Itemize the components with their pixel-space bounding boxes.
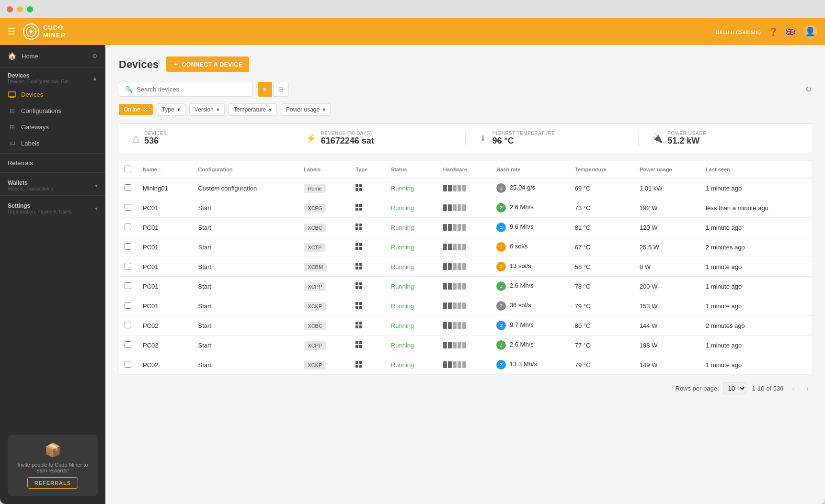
header-temperature[interactable]: Temperature bbox=[569, 161, 634, 179]
sidebar-item-configurations[interactable]: ⊟ Configurations bbox=[0, 102, 105, 119]
row-type bbox=[350, 237, 385, 257]
select-all-checkbox[interactable] bbox=[125, 166, 131, 172]
header-power[interactable]: Power usage bbox=[634, 161, 700, 179]
row-type bbox=[350, 355, 385, 375]
svg-rect-28 bbox=[359, 306, 362, 309]
header-type[interactable]: Type bbox=[350, 161, 385, 179]
header-configuration[interactable]: Configuration bbox=[192, 161, 298, 179]
svg-rect-33 bbox=[355, 341, 358, 344]
sidebar-referrals-label: Referrals bbox=[8, 159, 33, 167]
temperature-stat-label: HIGHEST TEMPERATURE bbox=[493, 131, 555, 136]
svg-rect-10 bbox=[359, 224, 362, 226]
row-checkbox-2[interactable] bbox=[125, 224, 131, 230]
svg-rect-6 bbox=[359, 204, 362, 207]
temperature-filter-dropdown[interactable]: Temperature ▾ bbox=[229, 103, 277, 116]
minimize-button[interactable] bbox=[17, 6, 23, 12]
row-checkbox-cell bbox=[119, 218, 137, 237]
row-temperature: 69 °C bbox=[569, 179, 634, 198]
logo: CUDOMINER bbox=[23, 23, 66, 40]
version-filter-label: Version bbox=[195, 106, 214, 113]
header-labels[interactable]: Labels bbox=[298, 161, 350, 179]
row-hardware bbox=[437, 296, 491, 316]
row-checkbox-7[interactable] bbox=[125, 322, 131, 328]
rows-per-page-select[interactable]: 10 25 50 bbox=[723, 382, 746, 394]
grid-view-button[interactable]: ⊞ bbox=[273, 82, 289, 97]
row-checkbox-5[interactable] bbox=[125, 282, 131, 289]
header-name[interactable]: Name ↑ bbox=[137, 161, 192, 179]
row-label: Home bbox=[298, 179, 350, 198]
windows-icon bbox=[355, 185, 362, 192]
refresh-button[interactable]: ↻ bbox=[805, 85, 812, 94]
revenue-stat-value: 61672246 sat bbox=[321, 136, 374, 146]
pagination-row: Rows per page: 10 25 50 1-10 of 536 ‹ › bbox=[119, 375, 812, 396]
online-filter-label: Online bbox=[124, 106, 140, 113]
table-row: PC01 Start XCPP Running Z 2.6 bbox=[119, 277, 812, 296]
row-checkbox-4[interactable] bbox=[125, 263, 131, 269]
version-filter-dropdown[interactable]: Version ▾ bbox=[189, 103, 225, 116]
power-stat-label: POWER USAGE bbox=[667, 131, 706, 136]
row-name: PC02 bbox=[137, 316, 192, 336]
referrals-button[interactable]: REFERRALS bbox=[27, 477, 78, 489]
devices-stat-value: 536 bbox=[144, 136, 167, 146]
close-button[interactable] bbox=[7, 6, 13, 12]
collapse-icon[interactable]: ▲ bbox=[92, 75, 98, 82]
svg-rect-25 bbox=[355, 302, 358, 305]
row-label: XCPP bbox=[298, 336, 350, 355]
wallets-expand-icon[interactable]: ▾ bbox=[95, 182, 98, 189]
header-hardware[interactable]: Hardware bbox=[437, 161, 491, 179]
online-filter-close[interactable]: ✕ bbox=[143, 106, 148, 113]
online-filter-chip[interactable]: Online ✕ bbox=[119, 104, 153, 115]
svg-rect-22 bbox=[359, 282, 362, 285]
list-view-button[interactable]: ≡ bbox=[258, 82, 272, 97]
help-icon[interactable]: ❓ bbox=[768, 27, 778, 36]
flag-icon[interactable]: 🇬🇧 bbox=[786, 27, 795, 36]
header-lastseen[interactable]: Last seen bbox=[700, 161, 812, 179]
header-hashrate[interactable]: Hash rate bbox=[491, 161, 569, 179]
row-power: 0 W bbox=[634, 257, 700, 277]
currency-label[interactable]: Bitcoin (Satoshi) bbox=[715, 28, 761, 35]
row-type bbox=[350, 179, 385, 198]
hashrate-icon: Z bbox=[496, 262, 506, 271]
next-page-button[interactable]: › bbox=[803, 383, 812, 394]
row-hardware bbox=[437, 336, 491, 355]
sidebar-item-devices[interactable]: Devices bbox=[0, 86, 105, 102]
settings-expand-icon[interactable]: ▾ bbox=[95, 205, 98, 212]
hamburger-icon[interactable]: ☰ bbox=[8, 26, 15, 37]
row-checkbox-3[interactable] bbox=[125, 243, 131, 250]
row-status: Running bbox=[385, 237, 437, 257]
row-power: 144 W bbox=[634, 316, 700, 336]
search-input[interactable] bbox=[137, 86, 247, 93]
gear-icon[interactable]: ⚙ bbox=[92, 53, 98, 60]
row-hashrate: Z 6 sol/s bbox=[491, 237, 569, 257]
connect-device-button[interactable]: ＋ CONNECT A DEVICE bbox=[166, 56, 249, 72]
maximize-button[interactable] bbox=[27, 6, 33, 12]
row-hashrate: Z 13.3 Mh/s bbox=[491, 355, 569, 375]
row-temperature: 80 °C bbox=[569, 316, 634, 336]
row-lastseen: 1 minute ago bbox=[700, 179, 812, 198]
header-status[interactable]: Status bbox=[385, 161, 437, 179]
row-power: 149 W bbox=[634, 355, 700, 375]
sidebar-item-gateways[interactable]: ⊞ Gateways bbox=[0, 119, 105, 135]
row-checkbox-8[interactable] bbox=[125, 341, 131, 348]
search-box: 🔍 bbox=[119, 82, 253, 97]
home-label-text[interactable]: Home bbox=[22, 53, 38, 60]
sidebar-item-labels[interactable]: 🏷 Labels bbox=[0, 135, 105, 151]
row-checkbox-1[interactable] bbox=[125, 204, 131, 211]
sidebar-bottom: 📦 Invite people to Cudo Miner to earn re… bbox=[0, 427, 105, 504]
svg-rect-26 bbox=[359, 302, 362, 305]
type-filter-dropdown[interactable]: Type ▾ bbox=[157, 103, 185, 116]
sidebar-item-referrals[interactable]: Referrals bbox=[0, 156, 105, 170]
power-filter-label: Power usage bbox=[286, 106, 320, 113]
row-checkbox-9[interactable] bbox=[125, 361, 131, 368]
prev-page-button[interactable]: ‹ bbox=[789, 383, 797, 394]
row-hardware bbox=[437, 198, 491, 218]
svg-rect-31 bbox=[355, 325, 358, 328]
row-power: 1.01 kW bbox=[634, 179, 700, 198]
windows-icon bbox=[355, 204, 362, 212]
user-icon[interactable]: 👤 bbox=[803, 24, 817, 39]
power-filter-dropdown[interactable]: Power usage ▾ bbox=[281, 103, 331, 116]
row-temperature: 67 °C bbox=[569, 237, 634, 257]
row-checkbox-0[interactable] bbox=[125, 184, 131, 191]
sidebar-home: 🏠 Devices Home ⚙ bbox=[0, 45, 105, 67]
row-checkbox-6[interactable] bbox=[125, 302, 131, 309]
